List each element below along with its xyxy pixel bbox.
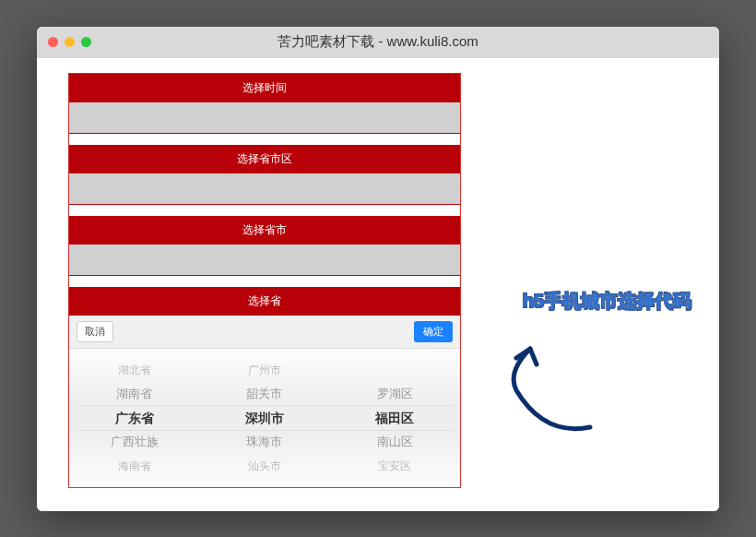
picker-column-province[interactable]: 湖北省 湖南省 广东省 广西壮族 海南省: [69, 349, 199, 487]
picker-item[interactable]: 罗湖区: [377, 382, 413, 406]
picker-item[interactable]: 汕头市: [248, 454, 281, 478]
section-body-province-city-district[interactable]: [69, 173, 460, 205]
picker-column-district[interactable]: 罗湖区 福田区 南山区 宝安区: [330, 349, 460, 487]
titlebar: 苦力吧素材下载 - www.kuli8.com: [37, 27, 719, 58]
picker-item-selected[interactable]: 广东省: [115, 406, 154, 430]
picker-item[interactable]: 湖北省: [118, 358, 151, 382]
window-title: 苦力吧素材下载 - www.kuli8.com: [37, 33, 719, 51]
cancel-button[interactable]: 取消: [77, 321, 113, 342]
close-icon[interactable]: [48, 37, 58, 47]
demo-panel: 选择时间 选择省市区 选择省市 选择省 取消 确定 湖北省 湖南省 广东省 广西…: [68, 73, 461, 488]
picker-column-city[interactable]: 广州市 韶关市 深圳市 珠海市 汕头市: [199, 349, 329, 487]
picker-item[interactable]: 湖南省: [116, 382, 152, 406]
picker-item[interactable]: 南山区: [377, 430, 413, 454]
section-header-time[interactable]: 选择时间: [69, 74, 460, 102]
picker-body: 湖北省 湖南省 广东省 广西壮族 海南省 广州市 韶关市 深圳市 珠海市 汕头市…: [69, 349, 460, 487]
arrow-icon: [489, 335, 599, 436]
picker-toolbar: 取消 确定: [69, 316, 460, 349]
picker-item[interactable]: 韶关市: [246, 382, 282, 406]
picker-item[interactable]: 广州市: [248, 358, 281, 382]
minimize-icon[interactable]: [65, 37, 75, 47]
picker-item[interactable]: 海南省: [118, 454, 151, 478]
browser-window: 苦力吧素材下载 - www.kuli8.com 选择时间 选择省市区 选择省市 …: [37, 27, 719, 511]
picker-item[interactable]: 广西壮族: [111, 430, 159, 454]
section-header-province-city-district[interactable]: 选择省市区: [69, 145, 460, 173]
section-header-province-city[interactable]: 选择省市: [69, 216, 460, 245]
section-body-province-city[interactable]: [69, 245, 460, 276]
confirm-button[interactable]: 确定: [414, 321, 453, 342]
picker-item[interactable]: 宝安区: [378, 454, 411, 478]
maximize-icon[interactable]: [81, 37, 91, 47]
window-controls: [48, 37, 91, 47]
section-header-province[interactable]: 选择省: [69, 287, 460, 316]
section-body-time[interactable]: [69, 102, 460, 134]
picker-item-selected[interactable]: 福田区: [375, 406, 414, 430]
picker-item-selected[interactable]: 深圳市: [245, 406, 284, 430]
picker-item[interactable]: 珠海市: [246, 430, 282, 454]
caption-text: h5手机城市选择代码: [523, 289, 691, 314]
content-area: 选择时间 选择省市区 选择省市 选择省 取消 确定 湖北省 湖南省 广东省 广西…: [37, 58, 719, 511]
